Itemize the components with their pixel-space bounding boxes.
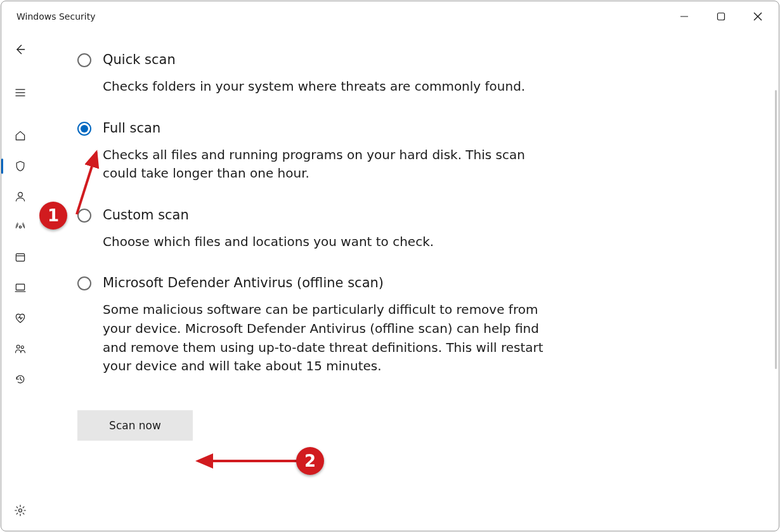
nav-spacer [1, 65, 39, 77]
nav-home[interactable] [1, 120, 39, 151]
svg-rect-1 [718, 13, 725, 20]
annotation-step-2: 2 [296, 447, 324, 475]
svg-point-15 [21, 346, 23, 349]
nav-settings[interactable] [1, 495, 39, 526]
health-icon [14, 312, 27, 325]
app-browser-icon [14, 251, 27, 264]
back-icon [14, 43, 27, 56]
option-title: Custom scan [103, 207, 434, 223]
window-title: Windows Security [16, 11, 95, 22]
maximize-icon [717, 12, 725, 21]
history-icon [14, 373, 27, 386]
nav-device-security[interactable] [1, 273, 39, 303]
nav-spacer [1, 108, 39, 120]
option-description: Some malicious software can be particula… [103, 301, 559, 375]
nav-account-protection[interactable] [1, 181, 39, 212]
option-custom-scan[interactable]: Custom scan Choose which files and locat… [77, 192, 753, 261]
family-icon [14, 342, 27, 355]
back-button[interactable] [1, 34, 39, 65]
svg-point-16 [19, 509, 22, 512]
titlebar: Windows Security [1, 1, 779, 32]
option-description: Checks all files and running programs on… [103, 146, 559, 183]
scrollbar[interactable] [775, 90, 777, 369]
settings-icon [14, 504, 27, 517]
nav-family-options[interactable] [1, 334, 39, 364]
scan-options-panel: Quick scan Checks folders in your system… [39, 32, 779, 531]
hamburger-icon [14, 86, 27, 99]
close-icon [753, 12, 762, 21]
scan-now-button[interactable]: Scan now [77, 410, 193, 441]
option-title: Quick scan [103, 52, 525, 67]
svg-point-8 [18, 192, 23, 197]
nav-app-browser[interactable] [1, 242, 39, 273]
nav-virus-protection[interactable] [1, 151, 39, 181]
home-icon [14, 129, 27, 142]
maximize-button[interactable] [706, 6, 736, 27]
minimize-icon [680, 12, 689, 21]
option-title: Microsoft Defender Antivirus (offline sc… [103, 275, 559, 290]
option-description: Checks folders in your system where thre… [103, 77, 525, 96]
close-button[interactable] [743, 6, 772, 27]
nav-device-performance[interactable] [1, 303, 39, 334]
window-frame: Windows Security [1, 1, 779, 531]
svg-rect-10 [16, 254, 24, 261]
svg-point-9 [19, 226, 21, 228]
window-controls [670, 6, 772, 27]
option-description: Choose which files and locations you wan… [103, 233, 434, 252]
firewall-icon [14, 221, 27, 233]
radio-offline-scan[interactable] [77, 276, 91, 290]
option-title: Full scan [103, 120, 559, 136]
radio-full-scan[interactable] [77, 122, 91, 136]
radio-quick-scan[interactable] [77, 53, 91, 67]
option-offline-scan[interactable]: Microsoft Defender Antivirus (offline sc… [77, 260, 753, 384]
option-quick-scan[interactable]: Quick scan Checks folders in your system… [77, 37, 753, 105]
option-full-scan[interactable]: Full scan Checks all files and running p… [77, 105, 753, 192]
svg-point-14 [16, 345, 20, 348]
radio-custom-scan[interactable] [77, 209, 91, 223]
device-icon [14, 282, 27, 294]
nav-firewall[interactable] [1, 212, 39, 242]
person-icon [14, 190, 27, 203]
annotation-step-1: 1 [39, 202, 67, 230]
nav-rail [1, 32, 39, 531]
minimize-button[interactable] [670, 6, 699, 27]
nav-protection-history[interactable] [1, 364, 39, 394]
svg-rect-12 [16, 284, 24, 290]
shield-icon [14, 160, 27, 172]
hamburger-button[interactable] [1, 77, 39, 108]
